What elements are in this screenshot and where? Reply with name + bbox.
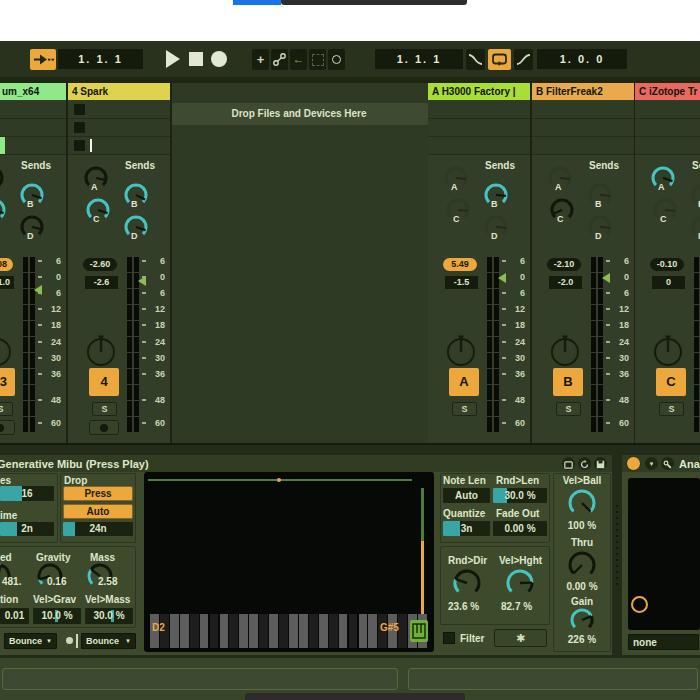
device-sync-button[interactable] [578,457,591,470]
capture-midi-button[interactable] [309,49,326,70]
device-save-button[interactable] [594,457,607,470]
clip-slot[interactable] [635,101,700,119]
device-edit-button[interactable] [661,457,674,470]
clip-stop-button[interactable] [74,140,85,151]
piano-key[interactable] [339,614,348,648]
rndlen-slider[interactable]: 30.0 % [493,488,547,503]
peak-display[interactable]: -2.10 [547,258,581,271]
gain-knob[interactable] [569,607,595,633]
peak-display[interactable]: 5.49 [443,258,477,271]
quantize-slider[interactable]: 3n [443,521,490,536]
volume-display[interactable]: 1.0 [0,276,14,289]
stop-button[interactable] [189,52,203,66]
piano-key[interactable] [329,614,338,648]
thru-value[interactable]: 0.00 % [553,582,611,592]
press-button[interactable]: Press [63,486,133,501]
piano-key[interactable] [349,614,358,648]
volume-display[interactable]: 0 [652,276,685,289]
solo-button[interactable]: S [92,402,117,416]
analyzer-chooser[interactable]: none [628,634,699,650]
piano-key[interactable] [319,614,328,648]
notelen-field[interactable]: Auto [443,488,490,503]
tab-strip-dark[interactable] [281,0,467,5]
auto-button[interactable]: Auto [63,504,133,519]
loop-button[interactable] [488,49,511,70]
drop-rate-slider[interactable]: 24n [63,522,133,536]
link-dot[interactable] [66,637,73,644]
track-activator[interactable]: B [553,368,583,396]
piano-key[interactable] [259,614,268,648]
thru-knob[interactable] [567,550,597,580]
arm-button[interactable] [0,420,15,435]
arm-button[interactable] [89,420,119,435]
record-button[interactable] [211,51,227,67]
device-on-button[interactable] [626,456,641,471]
send-knob-A[interactable] [0,165,5,191]
track-activator[interactable]: A [449,368,479,396]
device-title-bar[interactable]: Generative Mibu (Press Play) [0,455,612,472]
clip-slot[interactable] [532,119,634,137]
position-field[interactable]: 0.01 [0,608,29,624]
clip-slot[interactable] [0,101,66,119]
velball-value[interactable]: 100 % [553,521,611,531]
loop-start-display[interactable]: 1. 1. 1 [375,49,463,69]
punch-in-button[interactable] [466,49,485,70]
fadeout-field[interactable]: 0.00 % [493,521,547,536]
piano-key[interactable] [398,614,407,648]
velball-knob[interactable] [567,488,597,518]
solo-button[interactable]: S [0,402,13,416]
fader-handle[interactable] [498,273,506,283]
volume-display[interactable]: -2.6 [85,276,118,289]
loop-length-display[interactable]: 1. 0. 0 [537,49,627,69]
play-button[interactable] [166,50,180,68]
rnddir-value[interactable]: 23.6 % [448,602,479,612]
punch-out-button[interactable] [514,49,533,70]
tab-strip-blue[interactable] [233,0,281,5]
piano-key[interactable] [279,614,288,648]
wall-slider-lower[interactable] [421,541,424,614]
analyzer-display[interactable] [628,478,700,630]
fader-handle[interactable] [34,285,42,295]
track-activator[interactable]: 4 [89,368,119,396]
piano-key[interactable] [289,614,298,648]
pan-knob[interactable] [548,335,582,369]
automation-arm-button[interactable] [271,49,288,70]
track-header[interactable]: 4 Spark [68,83,170,100]
piano-key[interactable] [210,614,219,648]
velhght-value[interactable]: 82.7 % [501,602,532,612]
piano-key[interactable] [368,614,377,648]
peak-display[interactable]: -0.10 [650,258,684,271]
clip-stop-button[interactable] [74,104,85,115]
bounce-chooser-2[interactable]: Bounce▼ [81,633,136,649]
wall-slider-upper[interactable] [421,488,424,541]
send-knob-C[interactable] [0,197,7,223]
piano-key[interactable] [269,614,278,648]
clip-slot[interactable] [428,137,530,155]
reenable-automation-button[interactable]: ← [290,49,307,70]
arrangement-position-display[interactable]: 1. 1. 1 [58,49,143,69]
bounce-chooser-1[interactable]: Bounce▼ [4,633,57,649]
notes-slider[interactable]: 16 [0,486,54,501]
clip-slot[interactable] [68,137,170,155]
piano-key[interactable] [309,614,318,648]
track-activator[interactable]: 3 [0,368,15,396]
filter-checkbox[interactable] [443,632,455,644]
solo-button[interactable]: S [659,402,684,416]
velhght-knob[interactable] [505,568,535,598]
track-header[interactable]: A H3000 Factory | [428,83,530,100]
rnddir-knob[interactable] [452,568,482,598]
mass-value[interactable]: 2.58 [98,577,117,587]
track-header[interactable]: C iZotope Tr [635,83,700,100]
pan-knob[interactable] [84,335,118,369]
fader-handle[interactable] [602,273,610,283]
solo-button[interactable]: S [556,402,581,416]
clip-slot[interactable] [532,101,634,119]
gravity-value[interactable]: 0.16 [47,577,66,587]
mibu-display[interactable]: D2 G#5 [144,472,434,652]
piano-key[interactable] [249,614,258,648]
clip-slot[interactable] [428,119,530,137]
piano-key[interactable] [359,614,368,648]
session-record-button[interactable] [328,49,345,70]
volume-display[interactable]: -1.5 [445,276,478,289]
velgrav-slider[interactable]: 10.0 % [33,608,81,624]
